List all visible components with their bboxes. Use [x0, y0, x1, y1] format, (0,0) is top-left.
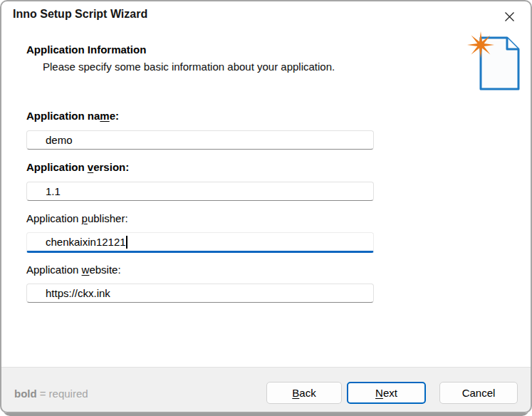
- required-hint: bold= required: [14, 388, 88, 400]
- close-icon: [504, 11, 515, 22]
- close-button[interactable]: [495, 4, 523, 28]
- inno-setup-wizard-dialog: Inno Setup Script Wizard Application Inf…: [0, 0, 532, 416]
- application-version-label: Application version:: [26, 161, 129, 173]
- application-website-input[interactable]: [26, 284, 374, 303]
- text-caret: [126, 236, 127, 249]
- application-name-input[interactable]: [26, 130, 374, 150]
- window-title: Inno Setup Script Wizard: [13, 8, 147, 21]
- application-name-label: Application name:: [26, 110, 119, 122]
- cancel-button[interactable]: Cancel: [439, 382, 518, 404]
- application-publisher-input[interactable]: [26, 232, 374, 253]
- new-script-icon: [467, 31, 524, 94]
- required-hint-bold: bold: [14, 388, 37, 400]
- application-version-input[interactable]: [26, 182, 374, 201]
- title-bar[interactable]: Inno Setup Script Wizard: [0, 0, 532, 33]
- required-hint-rest: = required: [40, 388, 88, 400]
- next-button[interactable]: Next: [347, 382, 426, 404]
- sparkle-star-icon: [467, 31, 494, 58]
- wizard-window: Inno Setup Script Wizard Application Inf…: [0, 0, 532, 413]
- page-title: Application Information: [26, 43, 146, 56]
- back-button[interactable]: Back: [266, 382, 342, 404]
- page-subtitle: Please specify some basic information ab…: [43, 61, 335, 73]
- application-publisher-label: Application publisher:: [26, 212, 128, 224]
- application-website-label: Application website:: [26, 264, 121, 276]
